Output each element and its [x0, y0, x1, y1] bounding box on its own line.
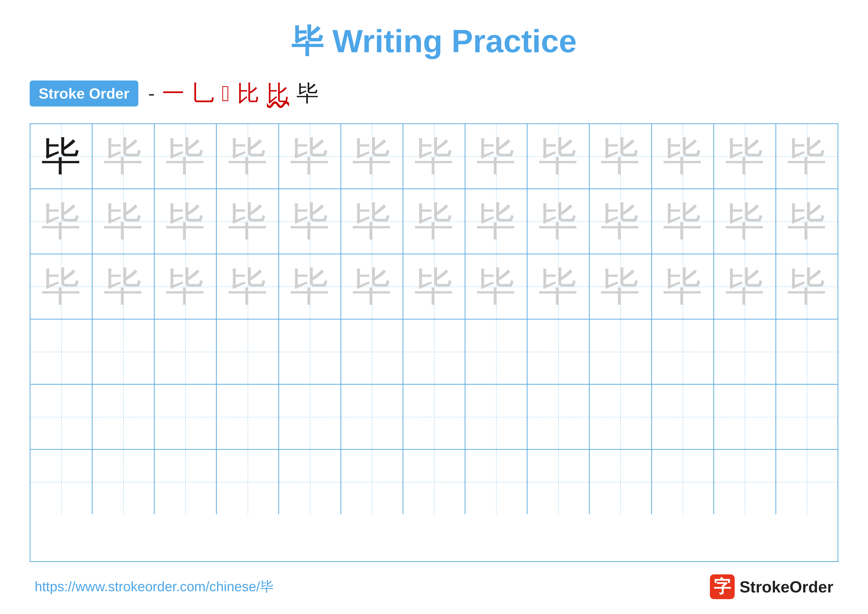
grid-cell-2-1: 毕: [93, 254, 155, 319]
grid-cell-0-6: 毕: [403, 124, 465, 188]
stroke-order-badge: Stroke Order: [30, 81, 138, 107]
grid-cell-1-6: 毕: [403, 189, 465, 253]
grid-cell-1-4: 毕: [279, 189, 341, 253]
grid-cell-4-7: [465, 385, 527, 449]
cell-char-2-4: 毕: [290, 267, 330, 306]
cell-char-0-3: 毕: [228, 137, 268, 176]
grid-cell-3-5: [341, 320, 403, 384]
grid-cell-3-12: [776, 320, 837, 384]
footer-logo: 字 StrokeOrder: [710, 574, 833, 599]
grid-cell-3-6: [403, 320, 465, 384]
cell-char-0-11: 毕: [725, 137, 764, 176]
grid-cell-4-10: [652, 385, 714, 449]
grid-cell-4-3: [217, 385, 279, 449]
grid-cell-5-11: [714, 450, 776, 514]
grid-cell-1-2: 毕: [155, 189, 217, 253]
grid-row-0: 毕毕毕毕毕毕毕毕毕毕毕毕毕: [31, 124, 837, 189]
grid-cell-1-7: 毕: [465, 189, 527, 253]
cell-char-0-7: 毕: [476, 137, 516, 176]
grid-cell-2-11: 毕: [714, 254, 776, 319]
grid-cell-5-4: [279, 450, 341, 514]
grid-cell-5-7: [465, 450, 527, 514]
grid-cell-1-10: 毕: [652, 189, 714, 253]
cell-char-0-4: 毕: [290, 137, 330, 176]
grid-cell-2-10: 毕: [652, 254, 714, 319]
grid-cell-0-1: 毕: [93, 124, 155, 188]
grid-cell-0-5: 毕: [341, 124, 403, 188]
grid-row-4: [31, 385, 837, 450]
cell-char-2-8: 毕: [538, 267, 578, 306]
cell-char-0-8: 毕: [538, 137, 578, 176]
stroke-5: 比: [267, 78, 289, 109]
cell-char-2-7: 毕: [476, 267, 516, 306]
cell-char-1-11: 毕: [725, 202, 764, 241]
grid-cell-3-2: [155, 320, 217, 384]
cell-char-2-9: 毕: [600, 267, 640, 306]
footer: https://www.strokeorder.com/chinese/毕 字 …: [30, 574, 838, 599]
grid-row-1: 毕毕毕毕毕毕毕毕毕毕毕毕毕: [31, 189, 837, 254]
footer-url: https://www.strokeorder.com/chinese/毕: [35, 578, 274, 596]
grid-cell-2-5: 毕: [341, 254, 403, 319]
grid-cell-0-12: 毕: [776, 124, 837, 188]
grid-cell-0-10: 毕: [652, 124, 714, 188]
grid-cell-3-1: [93, 320, 155, 384]
grid-cell-5-9: [590, 450, 652, 514]
grid-cell-5-5: [341, 450, 403, 514]
grid-cell-4-12: [776, 385, 837, 449]
cell-char-1-7: 毕: [476, 202, 516, 241]
grid-cell-2-4: 毕: [279, 254, 341, 319]
grid-cell-4-5: [341, 385, 403, 449]
cell-char-2-10: 毕: [663, 267, 702, 306]
cell-char-2-5: 毕: [352, 267, 392, 306]
grid-row-2: 毕毕毕毕毕毕毕毕毕毕毕毕毕: [31, 254, 837, 320]
grid-cell-2-3: 毕: [217, 254, 279, 319]
cell-char-1-12: 毕: [787, 202, 827, 241]
cell-char-1-4: 毕: [290, 202, 330, 241]
cell-char-1-10: 毕: [663, 202, 702, 241]
cell-char-0-0: 毕: [41, 137, 81, 176]
grid-cell-0-4: 毕: [279, 124, 341, 188]
grid-cell-5-3: [217, 450, 279, 514]
grid-cell-4-2: [155, 385, 217, 449]
stroke-order-row: Stroke Order - 一 ⺃ 𠃌 比 比 毕: [30, 78, 838, 109]
grid-cell-1-0: 毕: [31, 189, 93, 253]
cell-char-2-6: 毕: [414, 267, 454, 306]
grid-cell-5-2: [155, 450, 217, 514]
grid-cell-0-3: 毕: [217, 124, 279, 188]
grid-cell-3-9: [590, 320, 652, 384]
grid-cell-1-11: 毕: [714, 189, 776, 253]
cell-char-1-6: 毕: [414, 202, 454, 241]
cell-char-2-12: 毕: [787, 267, 827, 306]
cell-char-1-8: 毕: [538, 202, 578, 241]
grid-cell-4-9: [590, 385, 652, 449]
stroke-sequence: - 一 ⺃ 𠃌 比 比 毕: [148, 78, 319, 109]
page-container: 毕 Writing Practice Stroke Order - 一 ⺃ 𠃌 …: [0, 0, 868, 614]
cell-char-1-1: 毕: [104, 202, 143, 241]
logo-text: StrokeOrder: [739, 578, 833, 596]
cell-char-1-0: 毕: [41, 202, 81, 241]
grid-cell-0-2: 毕: [155, 124, 217, 188]
grid-cell-5-0: [31, 450, 93, 514]
cell-char-0-9: 毕: [600, 137, 640, 176]
grid-cell-3-0: [31, 320, 93, 384]
grid-cell-0-9: 毕: [590, 124, 652, 188]
grid-cell-5-6: [403, 450, 465, 514]
title-text: Writing Practice: [323, 23, 577, 59]
cell-char-2-11: 毕: [725, 267, 764, 306]
cell-char-1-9: 毕: [600, 202, 640, 241]
logo-char: 字: [714, 575, 731, 598]
page-title: 毕 Writing Practice: [291, 20, 577, 64]
cell-char-2-3: 毕: [228, 267, 268, 306]
stroke-6: 毕: [296, 78, 319, 109]
grid-cell-3-8: [527, 320, 590, 384]
grid-cell-5-12: [776, 450, 837, 514]
grid-cell-0-11: 毕: [714, 124, 776, 188]
grid-cell-5-8: [527, 450, 590, 514]
logo-icon: 字: [710, 574, 735, 599]
cell-char-0-6: 毕: [414, 137, 454, 176]
grid-cell-3-7: [465, 320, 527, 384]
cell-char-1-3: 毕: [228, 202, 268, 241]
grid-cell-4-8: [527, 385, 590, 449]
grid-cell-1-8: 毕: [527, 189, 590, 253]
grid-cell-1-3: 毕: [217, 189, 279, 253]
